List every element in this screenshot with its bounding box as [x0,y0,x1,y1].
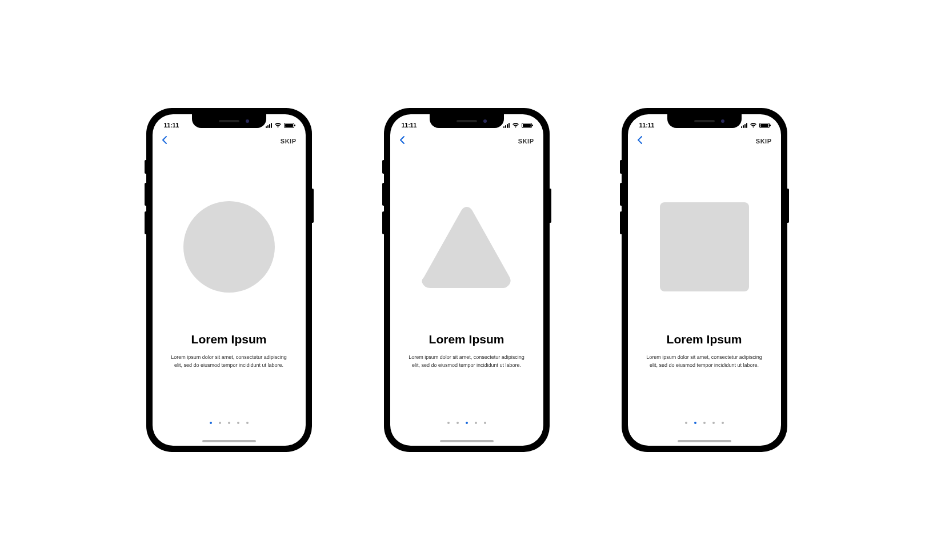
pagination-dot[interactable] [712,422,715,424]
notch [430,114,504,128]
status-time: 11:11 [639,122,655,129]
pagination-dot[interactable] [475,422,477,424]
onboarding-description: Lorem ipsum dolor sit amet, consectetur … [639,353,770,370]
phone-mockup-3: 11:11 SKIP Lorem Ipsum L [622,109,787,451]
pagination-dot[interactable] [210,422,212,424]
back-button[interactable] [162,135,167,147]
phone-screen: 11:11 SKIP Lorem Ipsum L [153,114,306,446]
pagination-dot[interactable] [466,422,468,424]
cellular-signal-icon [266,123,272,128]
cellular-signal-icon [741,123,747,128]
power-button [787,189,789,223]
status-time: 11:11 [164,122,179,129]
battery-icon [284,123,294,128]
power-button [549,189,551,223]
onboarding-description: Lorem ipsum dolor sit amet, consectetur … [164,353,294,370]
speaker [219,120,239,122]
notch [667,114,742,128]
phone-mockup-2: 11:11 SKIP [385,109,549,451]
front-camera [246,119,249,123]
speaker [694,120,715,122]
battery-icon [759,123,770,128]
skip-button[interactable]: SKIP [281,138,297,145]
volume-down-button [620,211,622,234]
pagination-dot[interactable] [228,422,230,424]
power-button [311,189,314,223]
illustration-placeholder [183,201,275,293]
front-camera [721,119,724,123]
back-button[interactable] [637,135,643,147]
circle-shape [183,201,275,293]
home-indicator[interactable] [202,440,256,442]
status-icons [741,122,770,128]
pagination-dots [685,422,724,424]
volume-up-button [620,183,622,206]
pagination-dot[interactable] [703,422,706,424]
pagination-dot[interactable] [219,422,221,424]
pagination-dots [447,422,486,424]
wifi-icon [512,122,519,128]
front-camera [483,119,487,123]
pagination-dot[interactable] [457,422,459,424]
pagination-dot[interactable] [246,422,249,424]
onboarding-content: Lorem Ipsum Lorem ipsum dolor sit amet, … [390,150,543,446]
notch [192,114,266,128]
volume-down-button [382,211,385,234]
chevron-left-icon [637,135,643,145]
cellular-signal-icon [503,123,510,128]
onboarding-content: Lorem Ipsum Lorem ipsum dolor sit amet, … [628,150,781,446]
triangle-shape [421,204,512,290]
phone-screen: 11:11 SKIP [390,114,543,446]
chevron-left-icon [162,135,167,145]
wifi-icon [274,122,282,128]
mute-switch [382,160,385,174]
illustration-placeholder [421,201,512,293]
volume-up-button [382,183,385,206]
pagination-dot[interactable] [237,422,239,424]
status-time: 11:11 [402,122,417,129]
volume-up-button [145,183,147,206]
status-icons [266,122,294,128]
speaker [457,120,477,122]
volume-down-button [145,211,147,234]
mute-switch [620,160,622,174]
pagination-dot[interactable] [685,422,687,424]
nav-bar: SKIP [628,133,781,150]
onboarding-content: Lorem Ipsum Lorem ipsum dolor sit amet, … [153,150,306,446]
onboarding-description: Lorem ipsum dolor sit amet, consectetur … [402,353,532,370]
pagination-dots [210,422,249,424]
skip-button[interactable]: SKIP [756,138,772,145]
pagination-dot[interactable] [447,422,450,424]
onboarding-title: Lorem Ipsum [667,333,742,346]
nav-bar: SKIP [153,133,306,150]
pagination-dot[interactable] [694,422,696,424]
skip-button[interactable]: SKIP [518,138,534,145]
pagination-dot[interactable] [484,422,486,424]
mute-switch [145,160,147,174]
home-indicator[interactable] [440,440,494,442]
square-shape [660,202,749,291]
onboarding-title: Lorem Ipsum [429,333,504,346]
nav-bar: SKIP [390,133,543,150]
home-indicator[interactable] [678,440,731,442]
illustration-placeholder [659,201,750,293]
battery-icon [522,123,532,128]
onboarding-title: Lorem Ipsum [191,333,267,346]
back-button[interactable] [399,135,405,147]
pagination-dot[interactable] [722,422,724,424]
phone-screen: 11:11 SKIP Lorem Ipsum L [628,114,781,446]
chevron-left-icon [399,135,405,145]
wifi-icon [750,122,757,128]
status-icons [503,122,532,128]
phone-mockup-1: 11:11 SKIP Lorem Ipsum L [147,109,311,451]
